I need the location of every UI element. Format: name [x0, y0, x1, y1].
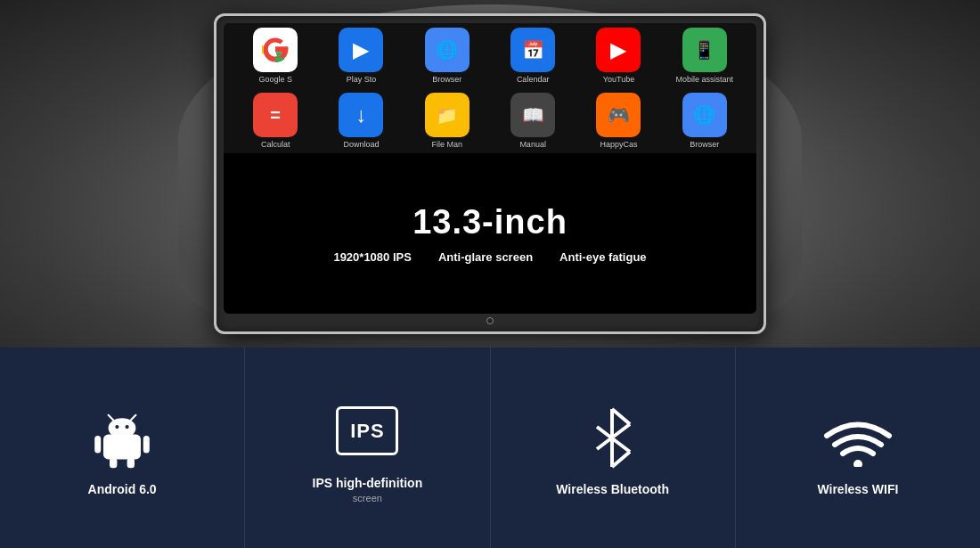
app-playstore[interactable]: ▶ Play Sto	[325, 28, 396, 84]
app-download[interactable]: ↓ Download	[325, 93, 396, 149]
app-calendar-label: Calendar	[517, 75, 550, 84]
happycas-icon: 🎮	[596, 93, 641, 137]
app-grid-bottom: = Calculat ↓ Download 📁 File Man 📖 Manua…	[224, 88, 756, 153]
svg-line-11	[612, 409, 630, 424]
app-happycas-label: HappyCas	[600, 140, 637, 149]
tablet-device: Google S ▶ Play Sto 🌐 Browser 📅 Calendar	[214, 13, 766, 334]
ips-box: IPS	[336, 406, 398, 455]
svg-point-2	[115, 425, 118, 429]
calculator-icon: =	[253, 93, 298, 137]
svg-rect-7	[143, 436, 150, 454]
youtube-icon: ▶	[596, 28, 641, 72]
app-calendar[interactable]: 📅 Calendar	[497, 28, 568, 84]
android-icon-wrap	[86, 402, 158, 473]
browser-icon: 🌐	[425, 28, 470, 72]
app-youtube-label: YouTube	[603, 75, 634, 84]
calendar-icon: 📅	[510, 28, 555, 72]
feature-wifi: Wireless WIFI	[736, 348, 980, 548]
top-section: Google S ▶ Play Sto 🌐 Browser 📅 Calendar	[0, 0, 980, 348]
tablet-screen-area: Google S ▶ Play Sto 🌐 Browser 📅 Calendar	[224, 23, 756, 314]
svg-line-4	[109, 415, 114, 421]
browser2-icon: 🌐	[682, 93, 727, 137]
screen-main-content: 13.3-inch 1920*1080 IPS Anti-glare scree…	[224, 153, 756, 314]
app-manual[interactable]: 📖 Manual	[497, 93, 568, 149]
svg-rect-0	[103, 435, 141, 460]
ips-title: IPS high-definition	[313, 476, 423, 490]
svg-point-15	[853, 460, 862, 467]
app-youtube[interactable]: ▶ YouTube	[583, 28, 654, 84]
feature-android: Android 6.0	[0, 348, 245, 548]
svg-point-3	[126, 425, 129, 429]
app-browser-label: Browser	[432, 75, 461, 84]
bluetooth-title: Wireless Bluetooth	[556, 482, 669, 496]
tablet-screen: Google S ▶ Play Sto 🌐 Browser 📅 Calendar	[224, 23, 756, 314]
app-happycas[interactable]: 🎮 HappyCas	[583, 93, 654, 149]
screen-specs-row: 1920*1080 IPS Anti-glare screen Anti-eye…	[333, 250, 646, 264]
feature-bluetooth: Wireless Bluetooth	[491, 348, 736, 548]
wifi-title: Wireless WIFI	[817, 482, 898, 496]
svg-line-5	[131, 415, 136, 421]
feature-ips: IPS IPS high-definition screen	[245, 348, 490, 548]
svg-rect-8	[110, 458, 117, 468]
ips-icon-wrap: IPS	[331, 396, 403, 467]
svg-rect-6	[94, 436, 101, 454]
wifi-icon-wrap	[822, 402, 894, 473]
manual-icon: 📖	[510, 93, 555, 137]
app-mobile-assistant[interactable]: 📱 Mobile assistant	[669, 28, 740, 84]
app-filemanager[interactable]: 📁 File Man	[412, 93, 483, 149]
spec-antiglare: Anti-glare screen	[438, 250, 533, 264]
android-title: Android 6.0	[88, 482, 157, 496]
bluetooth-icon-wrap	[577, 402, 649, 473]
filemanager-icon: 📁	[425, 93, 470, 137]
bottom-section: Android 6.0 IPS IPS high-definition scre…	[0, 348, 980, 548]
app-playstore-label: Play Sto	[347, 75, 377, 84]
download-icon: ↓	[339, 93, 383, 137]
app-mobile-label: Mobile assistant	[676, 75, 734, 84]
google-icon	[253, 28, 298, 72]
svg-line-13	[612, 452, 630, 467]
app-google[interactable]: Google S	[240, 28, 311, 84]
app-calculator[interactable]: = Calculat	[240, 93, 311, 149]
screen-size-display: 13.3-inch	[412, 203, 568, 241]
app-google-label: Google S	[258, 75, 292, 84]
app-browser2[interactable]: 🌐 Browser	[669, 93, 740, 149]
svg-rect-9	[127, 458, 135, 468]
app-calculator-label: Calculat	[261, 140, 290, 149]
spec-resolution: 1920*1080 IPS	[333, 250, 411, 264]
app-browser[interactable]: 🌐 Browser	[412, 28, 483, 84]
app-manual-label: Manual	[519, 140, 546, 149]
playstore-icon: ▶	[339, 28, 383, 72]
ips-subtitle: screen	[353, 492, 382, 504]
svg-point-1	[109, 418, 136, 438]
mobile-assistant-icon: 📱	[682, 28, 727, 72]
power-button[interactable]	[486, 317, 494, 324]
spec-antifatigue: Anti-eye fatigue	[559, 250, 647, 264]
app-filemanager-label: File Man	[432, 140, 463, 149]
app-download-label: Download	[343, 140, 379, 149]
app-browser2-label: Browser	[690, 140, 719, 149]
app-grid-top: Google S ▶ Play Sto 🌐 Browser 📅 Calendar	[224, 23, 756, 88]
